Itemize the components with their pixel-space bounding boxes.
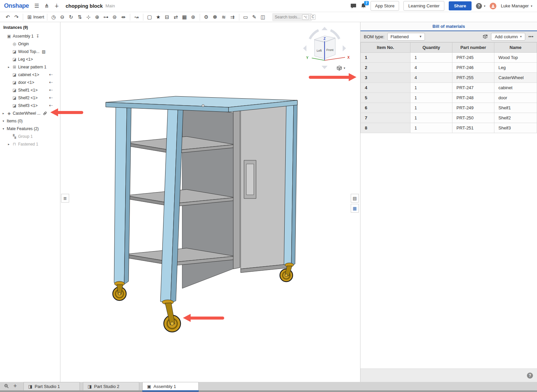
bom-cell[interactable]: Leg [494, 63, 537, 73]
insert-feature-icon[interactable]: ⊟ [163, 13, 172, 21]
export-parts-icon[interactable]: ◫ [259, 13, 267, 21]
search-tools-box[interactable]: Search tools... ⌥ C [272, 13, 312, 21]
mate-connector-flag-icon[interactable]: ⇠ [49, 80, 53, 85]
assembly-3d-model[interactable] [60, 22, 360, 382]
bom-cell[interactable]: Shelf2 [494, 113, 537, 123]
tree-item-assembly-1[interactable]: ▣Assembly 1↧ [0, 32, 60, 40]
revert-icon[interactable]: ◷ [49, 13, 58, 21]
bom-column-header-part-number[interactable]: Part number [452, 43, 494, 53]
bom-row-1[interactable]: 11PRT-245Wood Top [361, 53, 537, 63]
bom-cell[interactable]: 1 [361, 53, 410, 63]
bom-column-header-item-no[interactable]: Item No. [361, 43, 410, 53]
bom-cell[interactable]: 1 [410, 53, 452, 63]
bom-cell[interactable]: PRT-246 [452, 63, 494, 73]
workspace-name[interactable]: Main [105, 3, 115, 8]
transform-icon[interactable]: ⇄ [172, 13, 180, 21]
user-avatar[interactable] [490, 3, 496, 9]
bom-row-3[interactable]: 34PRT-255CasterWheel [361, 73, 537, 83]
bom-cell[interactable]: cabinet [494, 83, 537, 93]
bom-row-4[interactable]: 41PRT-247cabinet [361, 83, 537, 93]
bom-cell[interactable]: 4 [410, 63, 452, 73]
snap-mode-icon[interactable]: ↝ [132, 13, 141, 21]
tree-section-items-0[interactable]: ▾Items (0) [0, 117, 60, 125]
mate-connector-icon[interactable]: ★ [154, 13, 163, 21]
bom-cell[interactable]: Wood Top [494, 53, 537, 63]
learning-center-button[interactable]: Learning Center [403, 1, 444, 11]
bom-cell[interactable]: 2 [361, 63, 410, 73]
bom-row-7[interactable]: 71PRT-250Shelf2 [361, 113, 537, 123]
section-view-icon[interactable]: ▭ [241, 13, 250, 21]
tab-assembly-1[interactable]: ▣Assembly 1 [142, 382, 199, 390]
versions-icon[interactable]: ⋔ [45, 3, 49, 9]
bom-row-5[interactable]: 51PRT-248door [361, 93, 537, 103]
left-panel-toggle[interactable]: ≣ [61, 194, 69, 203]
bom-cell[interactable]: 1 [410, 103, 452, 113]
bom-cell[interactable]: 4 [361, 83, 410, 93]
tree-item-wood-top[interactable]: ◪Wood Top...▨ [0, 48, 60, 55]
pattern-icon[interactable]: ▦ [180, 13, 189, 21]
mate-connector-flag-icon[interactable]: ⇠ [49, 72, 53, 77]
slider-mate-icon[interactable]: ⇅ [76, 13, 84, 21]
exploded-view-icon[interactable]: ⇉ [228, 13, 237, 21]
collision-icon[interactable]: ⊛ [189, 13, 198, 21]
create-new-icon[interactable]: ∔ [54, 3, 59, 9]
bom-row-8[interactable]: 81PRT-251Shelf3 [361, 123, 537, 133]
bom-cell[interactable]: 8 [361, 123, 410, 133]
expand-chevron-icon[interactable]: ▸ [1, 112, 5, 115]
simulation-icon[interactable]: ☸ [211, 13, 219, 21]
mate-connector-flag-icon[interactable]: ⇠ [49, 88, 53, 93]
mate-connector-flag-icon[interactable]: ⇠ [49, 95, 53, 100]
chat-icon[interactable] [350, 3, 356, 9]
bom-cell[interactable]: 1 [410, 93, 452, 103]
right-panel-toggle-doc[interactable]: ▤ [351, 194, 359, 203]
tree-item-door-1[interactable]: ◪door <1>⇠ [0, 78, 60, 86]
notifications-bell-icon[interactable]: 7 [361, 3, 366, 9]
share-button[interactable]: Share [449, 1, 472, 10]
3d-viewport[interactable]: Left Front Z X Y ▾ ≣ ▤ [60, 22, 360, 382]
cylindrical-mate-icon[interactable]: ⊜ [110, 13, 119, 21]
bom-cell[interactable]: 1 [410, 83, 452, 93]
tree-item-shelf3-1[interactable]: ◪Shelf3 <1>⇠ [0, 102, 60, 109]
tree-item-casterwheel[interactable]: ▸◈CasterWheel ... [0, 109, 60, 117]
tree-item-linear-pattern-1[interactable]: ▸⊞Linear pattern 1 [0, 63, 60, 71]
bom-cell[interactable]: PRT-245 [452, 53, 494, 63]
bom-row-6[interactable]: 61PRT-249Shelf1 [361, 103, 537, 113]
bom-cell[interactable]: 1 [410, 123, 452, 133]
expand-chevron-icon[interactable]: ▸ [7, 143, 11, 146]
app-store-button[interactable]: App Store [371, 1, 399, 11]
expand-chevron-icon[interactable]: ▾ [1, 119, 5, 123]
tree-item-origin[interactable]: ◎Origin [0, 40, 60, 48]
tree-item-leg-1[interactable]: ◪Leg <1> [0, 55, 60, 63]
bom-cell[interactable]: PRT-250 [452, 113, 494, 123]
view-options-button[interactable]: ▾ [336, 65, 345, 71]
user-menu[interactable]: Luke Manager [501, 3, 529, 8]
bom-type-select[interactable]: Flattened ▼ [387, 33, 425, 41]
tree-item-cabinet-1[interactable]: ◪cabinet <1>⇠ [0, 71, 60, 78]
add-tab-button[interactable]: + [11, 382, 19, 390]
right-panel-toggle-bom[interactable]: ▦ [351, 204, 359, 213]
bom-help-icon[interactable]: ? [527, 373, 533, 379]
bom-export-icon[interactable] [482, 34, 488, 39]
bom-column-header-name[interactable]: Name [494, 43, 537, 53]
undo-icon[interactable]: ↶ [3, 13, 12, 21]
tree-item-shelf2-1[interactable]: ◪Shelf2 <1>⇠ [0, 94, 60, 102]
tab-part-studio-1[interactable]: ◨Part Studio 1 [23, 382, 80, 390]
mate-connector-flag-icon[interactable]: ⇠ [49, 103, 53, 108]
add-column-button[interactable]: Add column ▾ [491, 33, 525, 41]
hamburger-menu-icon[interactable]: ☰ [34, 3, 39, 9]
revolute-mate-icon[interactable]: ↻ [67, 13, 76, 21]
search-tabs-icon[interactable] [2, 382, 11, 390]
bom-cell[interactable]: CasterWheel [494, 73, 537, 83]
tree-item-group-1[interactable]: ▚Group 1 [0, 132, 60, 140]
bom-panel-title[interactable]: Bill of materials [360, 22, 537, 31]
tab-part-studio-2[interactable]: ◨Part Studio 2 [83, 382, 139, 390]
bom-more-menu[interactable]: ••• [528, 34, 534, 39]
bom-cell[interactable]: PRT-249 [452, 103, 494, 113]
spring-icon[interactable]: ≋ [219, 13, 228, 21]
bom-cell[interactable]: 4 [410, 73, 452, 83]
group-icon[interactable]: ▢ [145, 13, 154, 21]
bom-cell[interactable]: 6 [361, 103, 410, 113]
fastened-mate-icon[interactable]: ⊹ [84, 13, 93, 21]
help-caret-icon[interactable]: ▾ [484, 4, 486, 8]
help-icon[interactable]: ? [476, 3, 482, 9]
